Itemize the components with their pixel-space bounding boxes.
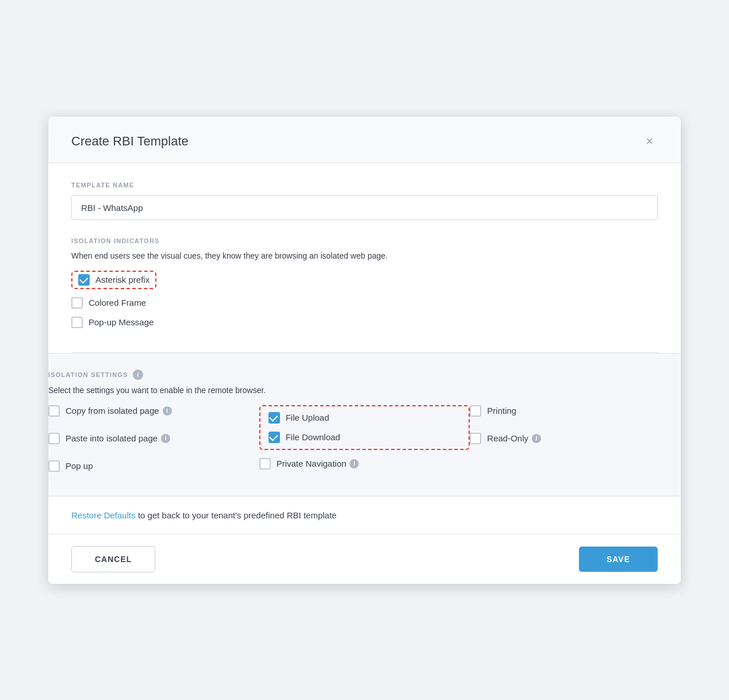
checkbox-row-copy: Copy from isolated page i (48, 405, 259, 417)
read-only-info-icon: i (532, 434, 541, 443)
dialog-header: Create RBI Template × (48, 117, 681, 163)
popup-text: Pop up (66, 461, 93, 471)
template-name-label: TEMPLATE NAME (71, 182, 658, 189)
checkbox-row-file-download: File Download (268, 432, 461, 443)
checkbox-row-printing: Printing (470, 405, 681, 417)
file-download-checkbox[interactable] (268, 432, 280, 443)
printing-text: Printing (487, 406, 516, 416)
file-download-text: File Download (286, 432, 340, 442)
colored-frame-checkbox[interactable] (71, 297, 83, 309)
isolation-indicators-description: When end users see the visual cues, they… (71, 251, 658, 260)
private-nav-label[interactable]: Private Navigation i (259, 458, 359, 470)
printing-label[interactable]: Printing (470, 405, 516, 417)
checkbox-row-paste: Paste into isolated page i (48, 433, 259, 444)
checkbox-row-popup: Pop up (48, 460, 259, 472)
template-name-section: TEMPLATE NAME (71, 182, 658, 220)
checkbox-row-private-nav: Private Navigation i (259, 458, 470, 470)
paste-label[interactable]: Paste into isolated page i (48, 433, 170, 444)
settings-grid: Copy from isolated page i Paste into iso… (48, 405, 681, 480)
printing-checkbox[interactable] (470, 405, 481, 417)
restore-text: to get back to your tenant's predefined … (136, 510, 337, 520)
file-upload-text: File Upload (286, 413, 329, 422)
settings-col-1: Copy from isolated page i Paste into iso… (48, 405, 259, 480)
checkbox-row-file-upload: File Upload (268, 412, 461, 424)
read-only-checkbox[interactable] (470, 433, 481, 444)
colored-frame-text: Colored Frame (89, 298, 146, 307)
private-nav-text-group: Private Navigation i (277, 459, 359, 468)
settings-col-3: Printing Read-Only i (470, 405, 681, 480)
file-upload-checkbox[interactable] (268, 412, 280, 424)
settings-header: ISOLATION SETTINGS i (48, 370, 681, 380)
read-only-label[interactable]: Read-Only i (470, 433, 541, 444)
save-button[interactable]: SAVE (579, 547, 658, 572)
read-only-text: Read-Only (487, 433, 528, 443)
isolation-indicators-label: ISOLATION INDICATORS (71, 237, 658, 244)
template-name-input[interactable] (71, 195, 658, 220)
paste-text: Paste into isolated page (66, 433, 158, 443)
copy-checkbox[interactable] (48, 405, 60, 417)
asterisk-text: Asterisk prefix (95, 275, 149, 284)
popup-message-text: Pop-up Message (89, 317, 154, 327)
restore-defaults-link[interactable]: Restore Defaults (71, 510, 136, 520)
popup-checkbox[interactable] (48, 460, 60, 472)
isolation-indicators-section: ISOLATION INDICATORS When end users see … (71, 237, 658, 353)
restore-section: Restore Defaults to get back to your ten… (48, 496, 681, 534)
close-button[interactable]: × (641, 133, 658, 150)
dialog-title: Create RBI Template (71, 134, 189, 149)
checkbox-row-popup-message: Pop-up Message (71, 317, 658, 328)
copy-label[interactable]: Copy from isolated page i (48, 405, 172, 417)
cancel-button[interactable]: CANCEL (71, 546, 155, 572)
read-only-text-group: Read-Only i (487, 433, 541, 443)
private-nav-checkbox[interactable] (259, 458, 271, 470)
colored-frame-label[interactable]: Colored Frame (71, 297, 146, 309)
paste-checkbox[interactable] (48, 433, 60, 444)
paste-info-icon: i (161, 434, 170, 443)
asterisk-checkbox[interactable] (78, 274, 90, 286)
copy-text: Copy from isolated page (66, 406, 159, 416)
checkbox-row-asterisk: Asterisk prefix (71, 271, 658, 289)
isolation-settings-description: Select the settings you want to enable i… (48, 386, 681, 395)
checkbox-row-read-only: Read-Only i (470, 433, 681, 444)
file-download-label[interactable]: File Download (268, 432, 340, 443)
isolation-settings-info-icon: i (133, 370, 143, 380)
private-nav-info-icon: i (350, 459, 359, 468)
checkbox-row-colored-frame: Colored Frame (71, 297, 658, 309)
popup-label[interactable]: Pop up (48, 460, 93, 472)
popup-message-label[interactable]: Pop-up Message (71, 317, 154, 328)
paste-text-group: Paste into isolated page i (66, 433, 170, 443)
isolation-settings-section: ISOLATION SETTINGS i Select the settings… (48, 353, 681, 496)
file-upload-label[interactable]: File Upload (268, 412, 329, 424)
popup-message-checkbox[interactable] (71, 317, 83, 328)
dialog-footer: CANCEL SAVE (48, 534, 681, 584)
asterisk-highlight-box: Asterisk prefix (71, 271, 156, 289)
dialog-body: TEMPLATE NAME ISOLATION INDICATORS When … (48, 163, 681, 353)
create-rbi-template-dialog: Create RBI Template × TEMPLATE NAME ISOL… (48, 117, 681, 584)
copy-info-icon: i (163, 406, 172, 416)
file-upload-download-highlight: File Upload File Download (259, 405, 470, 450)
asterisk-label[interactable]: Asterisk prefix (78, 274, 149, 286)
settings-col-2: File Upload File Download (259, 405, 470, 480)
copy-text-group: Copy from isolated page i (66, 406, 172, 416)
private-nav-text: Private Navigation (277, 459, 347, 468)
isolation-settings-label: ISOLATION SETTINGS (48, 371, 128, 378)
